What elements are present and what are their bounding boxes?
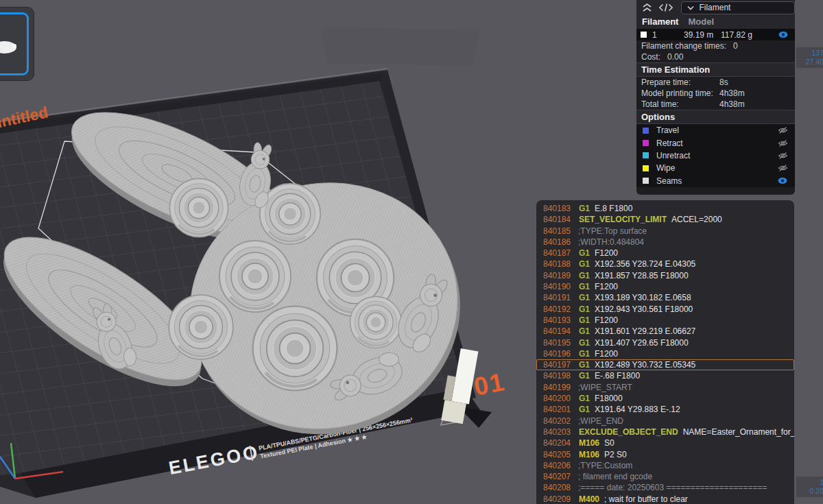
filament-row[interactable]: 1 39.19 m 117.82 g — [636, 29, 795, 40]
gcode-line[interactable]: 840209 M400 ; wait for buffer to clear — [536, 494, 794, 504]
time-label: Total time: — [641, 99, 719, 109]
layer-badge-bottom: 1 0.20 — [796, 476, 823, 498]
option-row[interactable]: Unretract — [636, 149, 795, 162]
info-row: Cost: 0.00 — [636, 51, 795, 62]
plate-thumbnail-preview — [0, 38, 20, 56]
time-label: Prepare time: — [641, 77, 719, 87]
gcode-command: G1 — [579, 248, 590, 259]
gcode-command: G1 — [579, 359, 590, 370]
gcode-line[interactable]: 840206 ;TYPE:Custom — [536, 460, 794, 471]
tab-filament[interactable]: Filament — [642, 16, 678, 29]
gcode-command: G1 — [579, 304, 590, 315]
gcode-line[interactable]: 840192 G1 X192.943 Y30.561 F18000 — [536, 304, 794, 315]
collapse-icon[interactable] — [641, 2, 654, 13]
gcode-line[interactable]: 840205 M106 P2 S0 — [536, 449, 794, 460]
gcode-line[interactable]: 840188 G1 X192.356 Y28.724 E.04305 — [536, 259, 794, 269]
preview-info-panel: Filament Filament Model 1 39.19 m 117.82… — [636, 0, 795, 195]
gcode-args: X192.943 Y30.561 F18000 — [595, 304, 693, 315]
gcode-command: G1 — [579, 370, 590, 381]
plate-thumbnail-card[interactable] — [0, 7, 34, 81]
gcode-line-number: 840184 — [543, 214, 573, 225]
gcode-line[interactable]: 840185 ;TYPE:Top surface — [536, 226, 794, 237]
time-value: 4h38m — [719, 99, 745, 109]
gcode-command: G1 — [579, 203, 590, 214]
gcode-command: G1 — [579, 281, 590, 292]
gcode-command: G1 — [579, 315, 590, 326]
info-value: 0.00 — [667, 52, 683, 62]
gcode-args: P2 S0 — [604, 449, 627, 460]
option-visibility-eye-icon[interactable] — [774, 126, 791, 134]
gcode-args: X193.189 Y30.182 E.0658 — [595, 292, 691, 303]
panel-tabs: Filament Model — [636, 15, 795, 29]
option-row[interactable]: Travel — [636, 124, 795, 136]
view-mode-dropdown[interactable]: Filament — [681, 1, 795, 14]
time-estimation-rows: Prepare time: 8s Model printing time: 4h… — [636, 77, 795, 110]
option-visibility-eye-icon[interactable] — [774, 139, 791, 147]
gcode-line-number: 840186 — [543, 237, 573, 248]
gcode-line[interactable]: 840201 G1 X191.64 Y29.883 E-.12 — [536, 404, 794, 415]
gcode-command: EXCLUDE_OBJECT_END — [579, 427, 678, 437]
gcode-args: ; filament end gcode — [578, 471, 652, 482]
gcode-line-number: 840202 — [543, 416, 573, 427]
info-label: Filament change times: — [641, 41, 726, 51]
gcode-line[interactable]: 840207 ; filament end gcode — [536, 471, 794, 482]
option-visibility-eye-icon[interactable] — [774, 177, 791, 184]
layer-badge-top: 137 27.40 — [796, 47, 823, 69]
filament-visibility-eye-icon[interactable] — [778, 31, 788, 40]
time-row: Total time: 4h38m — [636, 99, 795, 110]
gcode-line[interactable]: 840199 ;WIPE_START — [536, 382, 794, 393]
gcode-line[interactable]: 840187 G1 F1200 — [536, 248, 794, 259]
gcode-line[interactable]: 840183 G1 E.8 F1800 — [536, 203, 794, 214]
gcode-line[interactable]: 840208 ;===== date: 20250603 ===========… — [536, 482, 794, 493]
gcode-line[interactable]: 840189 G1 X191.857 Y28.85 F18000 — [536, 270, 794, 281]
gcode-line[interactable]: 840198 G1 E-.68 F1800 — [536, 370, 794, 381]
layer-badge-bottom-height: 0.20 — [798, 487, 823, 496]
gcode-line[interactable]: 840197 G1 X192.489 Y30.732 E.05345 — [536, 359, 794, 370]
time-row: Prepare time: 8s — [636, 77, 795, 88]
option-label: Unretract — [656, 151, 774, 160]
gcode-args: X191.601 Y29.219 E.06627 — [595, 326, 695, 337]
time-value: 4h38m — [719, 88, 745, 98]
gcode-command: G1 — [579, 348, 590, 359]
gcode-command: M106 — [579, 449, 599, 460]
gcode-line[interactable]: 840202 ;WIPE_END — [536, 416, 794, 427]
gcode-command: G1 — [579, 259, 590, 269]
gcode-line[interactable]: 840196 G1 F1200 — [536, 348, 794, 359]
gcode-line-number: 840204 — [543, 437, 573, 448]
gcode-line-number: 840193 — [543, 315, 573, 326]
panel-toolbar: Filament — [636, 0, 795, 15]
option-row[interactable]: Seams — [636, 175, 795, 187]
option-visibility-eye-icon[interactable] — [774, 164, 791, 172]
gcode-line[interactable]: 840200 G1 F18000 — [536, 393, 794, 404]
filament-info-rows: Filament change times: 0 Cost: 0.00 — [636, 40, 795, 62]
gcode-line[interactable]: 840194 G1 X191.601 Y29.219 E.06627 — [536, 326, 794, 337]
option-row[interactable]: Retract — [636, 136, 795, 149]
gcode-args: ;WIDTH:0.484804 — [578, 237, 644, 248]
filament-weight: 117.82 g — [721, 30, 752, 40]
gcode-line[interactable]: 840195 G1 X191.407 Y29.65 F18000 — [536, 337, 794, 348]
time-label: Model printing time: — [641, 88, 719, 98]
gcode-line[interactable]: 840203 EXCLUDE_OBJECT_END NAME=Easter_Or… — [536, 427, 794, 437]
gcode-line-number: 840190 — [543, 281, 573, 292]
gcode-line-number: 840187 — [543, 248, 573, 259]
gcode-args: ;TYPE:Top surface — [578, 226, 647, 237]
gcode-line[interactable]: 840193 G1 F1200 — [536, 315, 794, 326]
gcode-line[interactable]: 840191 G1 X193.189 Y30.182 E.0658 — [536, 292, 794, 303]
gcode-args: ; wait for buffer to clear — [604, 494, 688, 504]
gcode-command: G1 — [579, 404, 590, 415]
code-icon[interactable] — [659, 2, 673, 13]
option-row[interactable]: Wipe — [636, 162, 795, 174]
gcode-command: SET_VELOCITY_LIMIT — [579, 214, 667, 225]
gcode-line[interactable]: 840190 G1 F1200 — [536, 281, 794, 292]
gcode-line-number: 840198 — [543, 370, 573, 381]
tab-model[interactable]: Model — [688, 16, 714, 29]
gcode-line[interactable]: 840186 ;WIDTH:0.484804 — [536, 237, 794, 248]
gcode-line-number: 840188 — [543, 259, 573, 269]
gcode-args: NAME=Easter_Ornament_for_eggs_stl... — [683, 427, 794, 437]
gcode-line-number: 840194 — [543, 326, 573, 337]
gcode-line-number: 840200 — [543, 393, 573, 404]
gcode-line[interactable]: 840204 M106 S0 — [536, 437, 794, 448]
gcode-line-number: 840201 — [543, 404, 573, 415]
option-visibility-eye-icon[interactable] — [774, 152, 791, 160]
gcode-line[interactable]: 840184 SET_VELOCITY_LIMIT ACCEL=2000 — [536, 214, 794, 225]
